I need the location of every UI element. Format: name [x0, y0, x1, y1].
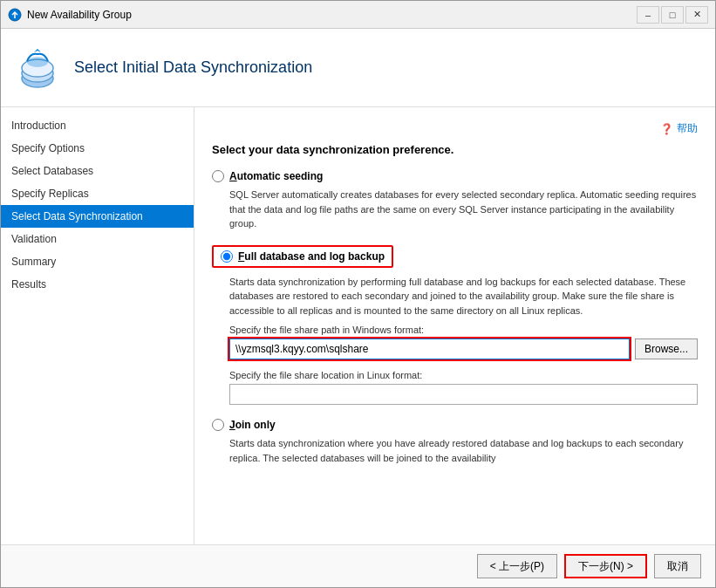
file-path-linux-label: Specify the file share location in Linux…: [229, 370, 698, 380]
help-link-row: ❓ 帮助: [212, 121, 698, 136]
header-title: Select Initial Data Synchronization: [74, 58, 312, 77]
full-backup-label[interactable]: Full database and log backup: [238, 250, 385, 263]
join-only-desc: Starts data synchronization where you ha…: [229, 436, 698, 465]
help-icon: ❓: [660, 123, 673, 135]
full-backup-selected-box: Full database and log backup: [212, 245, 393, 268]
window-icon: [8, 8, 22, 22]
automatic-seeding-desc: SQL Server automatically creates databas…: [229, 188, 698, 231]
sidebar-item-introduction[interactable]: Introduction: [1, 114, 194, 137]
option-full-backup: Full database and log backup Starts data…: [212, 245, 698, 406]
full-backup-text: Full database and log backup: [238, 250, 385, 263]
content-area: Introduction Specify Options Select Data…: [1, 107, 715, 544]
help-label: 帮助: [677, 121, 698, 136]
file-path-windows-section: Specify the file share path in Windows f…: [229, 325, 698, 405]
main-window: New Availability Group – □ ✕ Select Init…: [0, 0, 716, 588]
title-bar: New Availability Group – □ ✕: [1, 1, 715, 29]
file-path-linux-input[interactable]: [229, 384, 698, 405]
window-title: New Availability Group: [27, 9, 637, 21]
sidebar-item-validation[interactable]: Validation: [1, 228, 194, 250]
full-backup-desc: Starts data synchronization by performin…: [229, 275, 698, 318]
radio-full-backup-label: Full database and log backup: [221, 250, 385, 263]
option-join-only: Join only Starts data synchronization wh…: [212, 419, 698, 465]
file-path-windows-row: Browse...: [229, 338, 698, 359]
join-only-text: Join only: [229, 419, 276, 431]
browse-button[interactable]: Browse...: [635, 338, 698, 359]
cancel-button[interactable]: 取消: [654, 554, 701, 578]
automatic-seeding-label[interactable]: Automatic seeding: [229, 170, 323, 182]
next-button[interactable]: 下一步(N) >: [564, 554, 647, 578]
svg-point-4: [27, 57, 48, 67]
sidebar-item-select-data-sync[interactable]: Select Data Synchronization: [1, 205, 194, 228]
radio-automatic-seeding[interactable]: [212, 170, 224, 182]
sidebar-item-specify-options[interactable]: Specify Options: [1, 137, 194, 160]
file-path-windows-label: Specify the file share path in Windows f…: [229, 325, 698, 335]
sidebar-item-summary[interactable]: Summary: [1, 250, 194, 273]
option-automatic-seeding: Automatic seeding SQL Server automatical…: [212, 170, 698, 231]
sidebar: Introduction Specify Options Select Data…: [1, 107, 194, 544]
sidebar-item-specify-replicas[interactable]: Specify Replicas: [1, 182, 194, 205]
sidebar-item-select-databases[interactable]: Select Databases: [1, 160, 194, 182]
radio-join-only[interactable]: [212, 419, 224, 431]
back-button[interactable]: < 上一步(P): [477, 554, 557, 578]
radio-automatic-seeding-label: Automatic seeding: [212, 170, 698, 182]
help-link[interactable]: ❓ 帮助: [660, 121, 698, 136]
radio-join-only-label: Join only: [212, 419, 698, 431]
file-path-windows-input[interactable]: [229, 338, 630, 359]
minimize-button[interactable]: –: [637, 6, 659, 24]
radio-full-backup[interactable]: [221, 250, 233, 263]
close-button[interactable]: ✕: [685, 6, 708, 24]
header: Select Initial Data Synchronization: [1, 29, 715, 107]
main-content: ❓ 帮助 Select your data synchronization pr…: [194, 107, 715, 544]
maximize-button[interactable]: □: [661, 6, 684, 24]
automatic-seeding-text: Automatic seeding: [229, 170, 323, 182]
footer: < 上一步(P) 下一步(N) > 取消: [1, 544, 715, 587]
header-icon: [15, 45, 60, 91]
section-title: Select your data synchronization prefere…: [212, 143, 698, 156]
sidebar-item-results[interactable]: Results: [1, 273, 194, 296]
window-controls: – □ ✕: [637, 6, 708, 24]
file-path-linux-row: [229, 384, 698, 405]
join-only-label[interactable]: Join only: [229, 419, 276, 431]
